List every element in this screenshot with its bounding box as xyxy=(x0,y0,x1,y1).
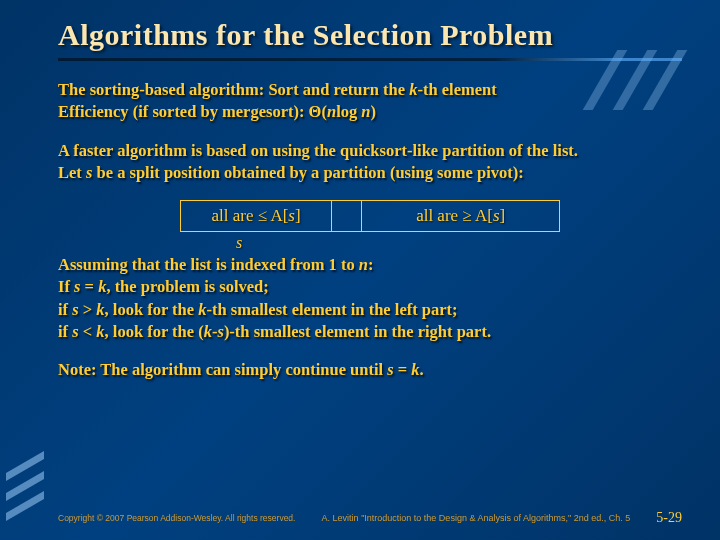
paragraph-cases: Assuming that the list is indexed from 1… xyxy=(58,254,682,343)
paragraph-faster-algorithm: A faster algorithm is based on using the… xyxy=(58,140,682,185)
partition-s-label: s xyxy=(58,234,682,252)
title-underline xyxy=(58,58,682,61)
partition-left-cell: all are ≤ A[s] xyxy=(181,201,332,231)
partition-pivot-cell xyxy=(332,201,362,231)
footer-attribution: A. Levitin "Introduction to the Design &… xyxy=(322,513,631,523)
partition-diagram: all are ≤ A[s] all are ≥ A[s] xyxy=(180,200,560,232)
partition-right-cell: all are ≥ A[s] xyxy=(362,201,559,231)
paragraph-sorting-based: The sorting-based algorithm: Sort and re… xyxy=(58,79,682,124)
slide-footer: Copyright © 2007 Pearson Addison-Wesley.… xyxy=(58,510,682,526)
footer-copyright: Copyright © 2007 Pearson Addison-Wesley.… xyxy=(58,513,295,523)
slide-content: Algorithms for the Selection Problem The… xyxy=(0,0,720,540)
paragraph-note: Note: The algorithm can simply continue … xyxy=(58,359,682,381)
slide-title: Algorithms for the Selection Problem xyxy=(58,18,682,52)
footer-page-number: 5-29 xyxy=(656,510,682,526)
